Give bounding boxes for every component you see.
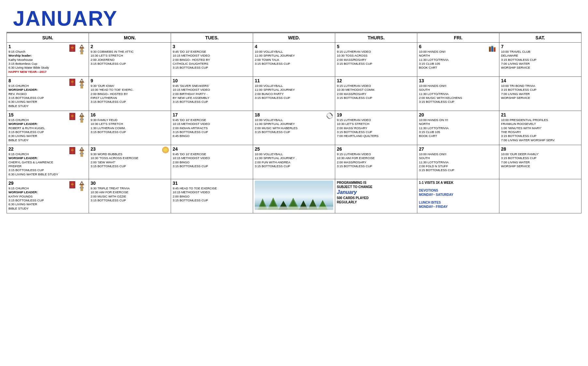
event-line-0: 10:00 TRI BOND TRIVIA — [501, 84, 580, 88]
event-line-3: 3:15 BOTTOMLESS CUP — [255, 62, 333, 66]
event-line-0: 10:00 VOLLEYBALL — [255, 152, 333, 156]
event-line-0: 9:15 LUTHERAN VIDEO — [337, 152, 415, 156]
event-line-0: 9:45 'DO 10' EXERCISE — [173, 152, 251, 156]
event-line-3: 3:15 Bottomless Cup — [8, 62, 87, 66]
event-line-3: 3:15 BOTTOMLESS CUP — [8, 198, 87, 202]
programming-note-line2: SUBJECT TO CHANGE — [337, 185, 415, 189]
event-line-0: 9:30 'OUR IOWA' — [91, 84, 169, 88]
day-number: 2 — [91, 44, 169, 49]
event-line-1: 10:30 LET'S STRETCH — [91, 122, 169, 126]
event-line-1: 10:30 LET'S STRETCH — [91, 54, 169, 58]
calendar-cell — [253, 179, 335, 213]
day-number: 21 — [501, 112, 580, 117]
event-line-0: 9:45 'DO 10' EXERCISE — [173, 50, 251, 54]
calendar-cell: 249:45 'DO 10' EXERCISE10:15 METHODIST V… — [171, 145, 253, 179]
day-number: 19 — [337, 112, 415, 117]
event-line-4: 6:30 Living Water Bible Study — [8, 66, 87, 70]
calendar-cell: 229:15 CHURCHWORSHIP LEADER:CHERYL GATES… — [7, 145, 89, 179]
event-line-3: PFEIFER — [8, 164, 87, 168]
event-line-2: 11:30 LOTTO/TRIVIA — [419, 160, 497, 164]
event-line-3: 7:00 LIVING WATER — [501, 62, 580, 66]
svg-rect-21 — [80, 85, 81, 86]
day-number: 23 — [91, 146, 169, 152]
event-line-0: 10:00 VOLLEYBALL — [255, 118, 333, 122]
event-line-2: KATHY POUNDS — [8, 195, 87, 198]
event-line-3: 3:15 BOTTOMLESS CUP — [173, 130, 251, 134]
calendar-table: SUN.MON.TUES.WED.THURS.FRI.SAT. — [7, 33, 581, 213]
event-line-2: REV. PASKO — [8, 92, 87, 96]
day-number: 9 — [91, 78, 169, 83]
calendar-cell: 39:45 'DO 10' EXERCISE10:15 METHODIST VI… — [171, 43, 253, 77]
event-line-4: 6:30 LIVING WATER — [8, 202, 87, 206]
calendar-cell: 610:00 HANDS ON!! NORTH11:30 LOTTO/TRIVI… — [417, 43, 499, 77]
calendar-header-row: SUN.MON.TUES.WED.THURS.FRI.SAT. — [7, 33, 581, 43]
event-line-2: 1:30 LUTHERAN COMM. — [91, 126, 169, 130]
event-line-1: 10:15 METHODIST VIDEO — [173, 156, 251, 160]
day-number: 12 — [337, 78, 415, 83]
event-line-0: 10:00 VOLLEYBALL — [255, 50, 333, 54]
empty-cell — [499, 179, 581, 213]
event-line-5: 6:30 LIVING WATER BIBLE STUDY — [8, 172, 87, 176]
event-line-1: 11:00 SPIRITUAL JOURNEY — [255, 54, 333, 58]
event-line-5: 7:00 LIVING WATER WORSHIP SERV. — [501, 138, 580, 142]
event-line-0: 10:00 VOLLEYBALL — [255, 84, 333, 88]
event-line-3: 3:15 BOTTOMLESS CUP — [337, 62, 415, 66]
day-number: 27 — [419, 146, 497, 152]
winter-trees — [255, 194, 333, 210]
event-line-2: 2:00 BIRTHDAY PARTY - — [173, 92, 251, 96]
svg-rect-65 — [81, 182, 83, 183]
church-icon — [77, 44, 87, 55]
calendar-cell: 410:00 VOLLEYBALL11:00 SPIRITUAL JOURNEY… — [253, 43, 335, 77]
event-line-1: NORTH — [419, 54, 497, 58]
svg-rect-53 — [71, 150, 74, 150]
event-line-2: 11:30 LOTTO/TRIVIA — [419, 126, 497, 130]
svg-rect-62 — [80, 187, 81, 188]
event-line-2: 2:00 'SEW WHAT' — [91, 160, 169, 164]
day-number: 24 — [173, 146, 251, 152]
event-line-0: 10:00 'OUR DEER FAMILY' — [501, 152, 580, 156]
event-line-1: FRANKLIN ROOSEVELT — [501, 122, 580, 126]
calendar-cell: 239:30 WORD BUBBLES10:30 'TOSS ACROSS EX… — [89, 145, 171, 179]
svg-rect-81 — [255, 207, 333, 210]
day-number: 18 — [255, 112, 333, 117]
event-line-1: 10:15 METHODIST VIDEO — [173, 88, 251, 92]
event-line-3: BY NEW LIFE ASSEMBLY — [173, 96, 251, 100]
visits-note-line-2: DEVOTIONS — [419, 188, 497, 193]
event-line-0: 9:45 'DO 10' EXERCISE — [173, 118, 251, 122]
event-line-2: 2:00 MUSIC WITH KABERLES — [255, 126, 333, 130]
week-row-2: 89:15 CHURCHWORSHIP LEADER:REV. PASKO3:1… — [7, 77, 581, 111]
bible-icon — [69, 112, 76, 121]
calendar-cell: 99:30 'OUR IOWA'10:30 'HEAD TO TOE' EXER… — [89, 77, 171, 111]
calendar-cell: 1410:00 TRI BOND TRIVIA3:15 BOTTOMLESS C… — [499, 77, 581, 111]
event-line-3: 3:15 BOTTOMLESS CUP — [91, 130, 169, 134]
event-line-2: 3:15 BOTTOMLESS CUP — [501, 58, 580, 62]
event-line-1: WORSHIP LEADER: — [8, 190, 87, 194]
calendar-cell: 179:45 'DO 10' EXERCISE10:15 METHODIST V… — [171, 111, 253, 145]
event-line-5: BIBLE STUDY — [8, 207, 87, 210]
calendar-cell: 1110:00 VOLLEYBALL11:00 SPIRITUAL JOURNE… — [253, 77, 335, 111]
programming-note-line4: 500 CARDS PLAYED — [337, 196, 415, 200]
event-line-3: 3:15 BOTTOMLESS CUP — [8, 130, 87, 134]
calendar-title: JANUARY — [13, 7, 581, 31]
event-line-1: 10:15 METHODIST VIDEO — [173, 190, 251, 194]
svg-rect-9 — [72, 45, 73, 51]
day-number: 16 — [91, 112, 169, 117]
event-line-0: 10:00 PRESIDENTIAL PROFILES — [501, 118, 580, 122]
event-line-4: 7:00 HEARTLAND QUILTERS — [337, 134, 415, 138]
event-line-0: 10:00 HANDS ON !!!! — [419, 118, 497, 122]
visits-note-line-0: 1-1 VISITS 3X A WEEK — [419, 181, 497, 185]
event-line-4: 6:30 LIVING WATER — [8, 100, 87, 104]
svg-rect-28 — [71, 82, 74, 82]
event-line-3: 2:00 FOLD N STUFF — [419, 164, 497, 168]
event-line-4: 6:45 BINGO — [173, 134, 251, 138]
calendar-cell: 319:45 HEAD TO TOE EXERCISE10:15 METHODI… — [171, 179, 253, 213]
church-icon — [77, 112, 87, 123]
event-line-1: 10:15 METHODIST VIDEO — [173, 54, 251, 58]
january-logo: January — [337, 189, 415, 196]
event-line-0: 10:00 HANDS ON!! — [419, 50, 497, 54]
svg-rect-6 — [81, 45, 83, 46]
event-line-4: 3:15 BOTTOMLESS CUP — [419, 168, 497, 172]
week-row-3: 159:15 CHURCHWORSHIP LEADER:ROBERT & RUT… — [7, 111, 581, 145]
calendar-cell: 2110:00 PRESIDENTIAL PROFILES FRANKLIN R… — [499, 111, 581, 145]
event-line-2: 2:00 BUNCO PARTY — [255, 92, 333, 96]
